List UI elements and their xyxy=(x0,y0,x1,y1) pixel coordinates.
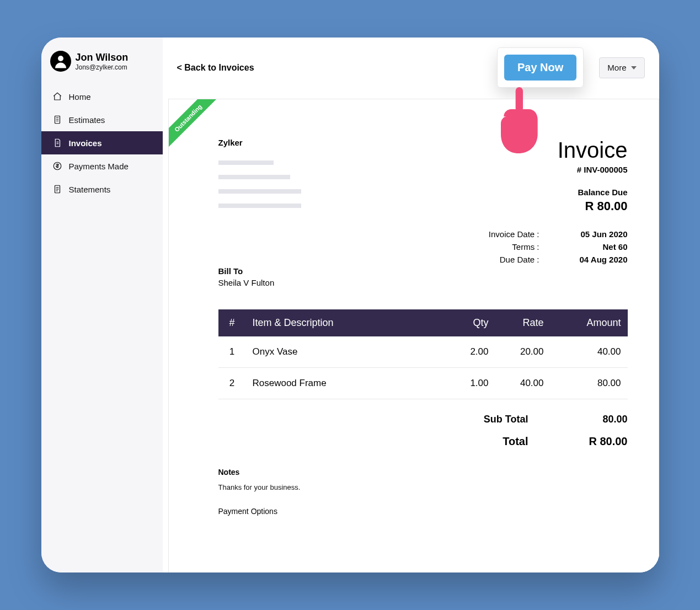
balance-label: Balance Due xyxy=(578,188,627,197)
table-row: 1 Onyx Vase 2.00 20.00 40.00 xyxy=(218,336,628,368)
table-row: 2 Rosewood Frame 1.00 40.00 80.00 xyxy=(218,368,628,399)
total-value: R 80.00 xyxy=(562,435,628,448)
sidebar-item-label: Invoices xyxy=(69,138,102,148)
col-desc: Item & Description xyxy=(246,309,446,336)
bill-to-label: Bill To xyxy=(218,266,628,276)
invoice-number: # INV-000005 xyxy=(558,165,628,174)
profile-email: Jons@zylker.com xyxy=(76,63,129,71)
placeholder-line xyxy=(218,189,301,194)
total-row: Total R 80.00 xyxy=(446,435,628,448)
cell-qty: 1.00 xyxy=(446,368,495,399)
table-header-row: # Item & Description Qty Rate Amount xyxy=(218,309,628,336)
meta-key: Invoice Date : xyxy=(462,229,539,239)
more-label: More xyxy=(607,63,626,72)
home-icon xyxy=(52,92,62,101)
sidebar-item-home[interactable]: Home xyxy=(41,85,163,108)
svg-rect-12 xyxy=(515,87,522,112)
placeholder-line xyxy=(218,175,290,179)
bill-to-name: Sheila V Fulton xyxy=(218,278,628,287)
cell-rate: 20.00 xyxy=(495,336,551,368)
sidebar-item-label: Home xyxy=(69,92,91,101)
notes-block: Notes Thanks for your business. xyxy=(218,468,628,491)
subtotal-label: Sub Total xyxy=(446,414,528,425)
cell-desc: Rosewood Frame xyxy=(246,368,446,399)
notes-body: Thanks for your business. xyxy=(218,483,628,491)
sidebar-item-label: Estimates xyxy=(69,115,105,125)
payments-icon xyxy=(52,161,62,171)
sidebar-item-label: Statements xyxy=(69,185,111,194)
sidebar-item-estimates[interactable]: Estimates xyxy=(41,108,163,131)
meta-key: Terms : xyxy=(462,242,539,252)
estimates-icon xyxy=(52,115,62,125)
col-qty: Qty xyxy=(446,309,495,336)
more-button[interactable]: More xyxy=(599,57,644,78)
invoice-title: Invoice xyxy=(558,138,628,163)
invoices-icon xyxy=(52,138,62,148)
placeholder-line xyxy=(218,160,274,165)
bill-to-block: Bill To Sheila V Fulton xyxy=(218,266,628,287)
subtotal-value: 80.00 xyxy=(562,414,628,425)
caret-down-icon xyxy=(631,66,637,69)
svg-point-0 xyxy=(58,56,63,61)
main-area: < Back to Invoices Pay Now More Outstand… xyxy=(163,38,659,572)
cell-num: 2 xyxy=(218,368,246,399)
topbar: < Back to Invoices Pay Now More xyxy=(163,38,659,95)
invoice-meta: Invoice Date : 05 Jun 2020 Terms : Net 6… xyxy=(462,226,628,267)
sidebar: Jon Wilson Jons@zylker.com Home Estimate… xyxy=(41,38,163,572)
cell-amount: 40.00 xyxy=(551,336,628,368)
payment-options-heading: Payment Options xyxy=(218,507,628,516)
paper-wrap: Outstanding Zylker Invoice # INV-000005 xyxy=(163,95,659,572)
cell-num: 1 xyxy=(218,336,246,368)
profile-name: Jon Wilson xyxy=(76,52,129,63)
sidebar-item-invoices[interactable]: Invoices xyxy=(41,131,163,154)
profile-block: Jon Wilson Jons@zylker.com xyxy=(41,44,163,82)
placeholder-line xyxy=(218,204,301,208)
sidebar-item-label: Payments Made xyxy=(69,162,129,171)
meta-row: Due Date : 04 Aug 2020 xyxy=(462,255,628,264)
cell-amount: 80.00 xyxy=(551,368,628,399)
meta-value: 04 Aug 2020 xyxy=(556,255,628,264)
invoice-title-block: Invoice # INV-000005 xyxy=(558,138,628,174)
sidebar-item-statements[interactable]: Statements xyxy=(41,178,163,201)
totals-block: Sub Total 80.00 Total R 80.00 xyxy=(218,414,628,448)
sidebar-nav: Home Estimates Invoices Payments Made St… xyxy=(41,85,163,201)
app-shell: Jon Wilson Jons@zylker.com Home Estimate… xyxy=(41,38,659,572)
subtotal-row: Sub Total 80.00 xyxy=(446,414,628,425)
line-items-table: # Item & Description Qty Rate Amount 1 O… xyxy=(218,309,628,399)
meta-row: Invoice Date : 05 Jun 2020 xyxy=(462,229,628,239)
meta-key: Due Date : xyxy=(462,255,539,264)
cell-rate: 40.00 xyxy=(495,368,551,399)
back-to-invoices-link[interactable]: < Back to Invoices xyxy=(177,63,254,73)
sidebar-item-payments[interactable]: Payments Made xyxy=(41,154,163,178)
meta-row: Terms : Net 60 xyxy=(462,242,628,252)
svg-rect-1 xyxy=(55,116,60,124)
col-rate: Rate xyxy=(495,309,551,336)
invoice-paper: Outstanding Zylker Invoice # INV-000005 xyxy=(168,99,659,572)
statements-icon xyxy=(52,184,62,194)
col-amount: Amount xyxy=(551,309,628,336)
balance-amount: R 80.00 xyxy=(578,199,627,213)
notes-heading: Notes xyxy=(218,468,628,477)
avatar xyxy=(50,51,71,72)
pay-now-card: Pay Now xyxy=(497,47,584,88)
cell-desc: Onyx Vase xyxy=(246,336,446,368)
cell-qty: 2.00 xyxy=(446,336,495,368)
col-number: # xyxy=(218,309,246,336)
pay-now-button[interactable]: Pay Now xyxy=(504,55,576,81)
meta-value: 05 Jun 2020 xyxy=(556,229,628,239)
meta-value: Net 60 xyxy=(556,242,628,252)
balance-block: Balance Due R 80.00 xyxy=(578,188,627,213)
total-label: Total xyxy=(446,435,528,448)
cursor-hand-icon xyxy=(494,87,543,156)
